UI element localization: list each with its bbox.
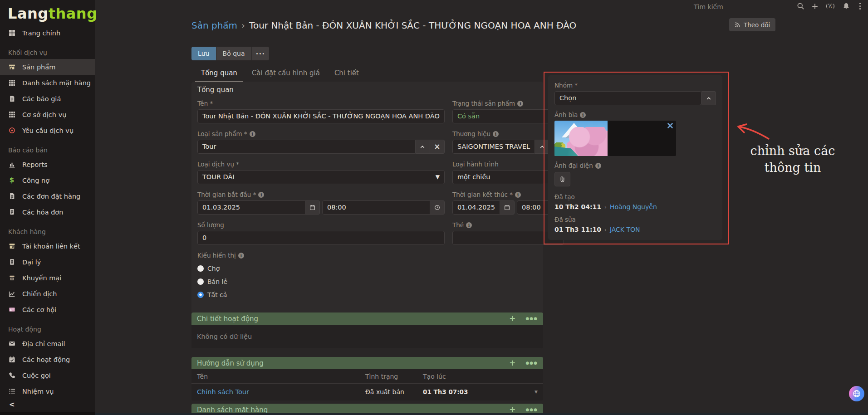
search-icon[interactable] [797, 2, 804, 10]
radio-button-icon [197, 265, 204, 272]
status-select[interactable]: Có sẵn▼ [452, 109, 564, 123]
sidebar-item-cac-hoat-dong[interactable]: Các hoạt động [0, 352, 95, 367]
product-type-input[interactable]: Tour [197, 140, 416, 154]
sidebar-item-cong-no[interactable]: $ Công nợ [0, 172, 95, 188]
sidebar-item-cuoc-goi[interactable]: Cuộc gọi [0, 367, 95, 383]
sidebar-item-label: Các hóa đơn [22, 209, 63, 216]
created-by-link[interactable]: Hoàng Nguyễn [610, 203, 657, 210]
section-more-icon[interactable]: ●●● [525, 408, 538, 412]
sidebar-collapse-button[interactable]: < [9, 400, 15, 409]
broadcast-icon[interactable]: A [825, 2, 836, 10]
tags-input[interactable] [452, 231, 564, 245]
end-time-input[interactable]: 08:00 [517, 200, 549, 215]
app-logo[interactable]: Langthang [0, 0, 95, 25]
follow-button[interactable]: Theo dõi [729, 18, 775, 31]
sidebar-item-trang-chinh[interactable]: Trang chính [0, 25, 95, 41]
row-actions-caret-icon[interactable]: ▼ [526, 390, 538, 394]
add-icon[interactable]: + [509, 315, 515, 322]
remove-cover-icon[interactable] [667, 122, 673, 129]
group-expand-button[interactable] [701, 91, 716, 105]
horizontal-scrollbar[interactable] [95, 413, 868, 415]
end-date-input[interactable]: 01.04.2025 [452, 200, 500, 215]
product-type-expand-button[interactable] [416, 140, 430, 154]
cancel-button[interactable]: Bỏ qua [216, 47, 251, 60]
section-more-icon[interactable]: ●●● [525, 361, 538, 365]
sidebar-item-cac-co-hoi[interactable]: Các cơ hội [0, 302, 95, 317]
sidebar-item-chien-dich[interactable]: Chiến dịch [0, 286, 95, 302]
info-icon: i [466, 222, 472, 228]
group-select[interactable]: Chọn [554, 91, 701, 105]
register-icon [8, 243, 15, 250]
start-date-calendar-button[interactable] [305, 200, 320, 215]
sidebar-item-label: Reports [22, 161, 48, 168]
sidebar-item-label: Đại lý [22, 259, 41, 266]
name-input[interactable]: Tour Nhật Bản - ĐÓN XUÂN KHỞI SẮC - THƯỞ… [197, 109, 445, 123]
bell-icon[interactable] [842, 2, 850, 10]
modified-by-link[interactable]: JACK TON [610, 226, 640, 233]
column-header-ten: Tên [197, 373, 365, 380]
sidebar-item-danh-sach-mat-hang[interactable]: Danh sách mặt hàng [0, 75, 95, 91]
start-date-input[interactable]: 01.03.2025 [197, 200, 305, 215]
sidebar-item-tai-khoan-lien-ket[interactable]: Tài khoản liên kết [0, 238, 95, 254]
quantity-input[interactable]: 0 [197, 231, 445, 245]
save-button[interactable]: Lưu [191, 47, 216, 60]
sidebar-item-dia-chi-email[interactable]: Địa chỉ email [0, 336, 95, 352]
activity-empty-text: Không có dữ liệu [191, 325, 543, 348]
breadcrumb-parent-link[interactable]: Sản phẩm [191, 20, 237, 31]
brand-expand-button[interactable] [535, 140, 549, 154]
sidebar-item-label: Chiến dịch [22, 290, 57, 298]
attach-avatar-button[interactable] [554, 172, 570, 186]
globe-icon [853, 390, 861, 398]
field-display-type-label: Kiểu hiển thị [197, 252, 236, 259]
add-icon[interactable]: + [509, 406, 515, 414]
cover-image[interactable] [554, 121, 608, 156]
more-actions-button[interactable]: ••• [251, 47, 270, 60]
sidebar-item-yeu-cau-dich-vu[interactable]: Yêu cầu dịch vụ [0, 122, 95, 138]
brand-input[interactable]: SAIGONTIMES TRAVEL [452, 140, 535, 154]
tab-cai-dat-cau-hinh-gia[interactable]: Cài đặt cấu hình giá [246, 67, 326, 82]
itinerary-type-select[interactable]: một chiều▼ [452, 170, 564, 184]
sidebar-item-cac-bao-gia[interactable]: Các báo giá [0, 91, 95, 107]
add-icon[interactable]: + [509, 359, 515, 367]
badge-icon [8, 259, 15, 266]
radio-ban-le[interactable]: Bán lẻ [197, 278, 445, 285]
service-type-select[interactable]: TOUR DÀI▼ [197, 170, 445, 184]
translate-extension-button[interactable] [849, 386, 864, 401]
sidebar-section-khoi-dich-vu: Khối dịch vụ [0, 41, 95, 59]
guide-section: Hướng dẫn sử dụng + ●●● Tên Tình trạng T… [191, 357, 543, 400]
tab-tong-quan[interactable]: Tổng quan [195, 67, 243, 82]
field-end-time-label: Thời gian kết thúc * [452, 191, 513, 198]
product-type-clear-button[interactable]: × [430, 140, 445, 154]
sidebar: Langthang Trang chính Khối dịch vụ Sản p… [0, 0, 95, 415]
sidebar-item-label: Công nợ [22, 177, 49, 184]
page-title: Tour Nhật Bản - ĐÓN XUÂN KHỞI SẮC - THƯỞ… [249, 20, 576, 31]
field-display-type: Kiểu hiển thịi Chợ Bán lẻ Tất cả [197, 252, 445, 298]
radio-cho[interactable]: Chợ [197, 265, 445, 272]
annotation-text: chỉnh sửa các thông tin [738, 142, 848, 176]
calendar-check-icon [8, 356, 15, 363]
sidebar-item-label: Tài khoản liên kết [22, 243, 80, 250]
sidebar-item-khuyen-mai[interactable]: Khuyến mại [0, 270, 95, 286]
guide-row-name-link[interactable]: Chính sách Tour [197, 388, 365, 395]
start-time-clock-button[interactable] [430, 200, 445, 215]
topbar-icons: A [797, 2, 864, 10]
end-date-calendar-button[interactable] [500, 200, 515, 215]
record-tabs: Tổng quan Cài đặt cấu hình giá Chi tiết [195, 67, 365, 82]
radio-tat-ca[interactable]: Tất cả [197, 291, 445, 298]
sidebar-item-nhiem-vu[interactable]: Nhiệm vụ [0, 383, 95, 399]
sidebar-item-dai-ly[interactable]: Đại lý [0, 254, 95, 270]
sidebar-item-cac-hoa-don[interactable]: Các hóa đơn [0, 204, 95, 220]
sidebar-item-cac-don-dat-hang[interactable]: Các đơn đặt hàng [0, 188, 95, 204]
kebab-menu-icon[interactable] [856, 2, 864, 10]
field-quantity: Số lượng 0 [197, 221, 445, 245]
tab-chi-tiet[interactable]: Chi tiết [329, 67, 365, 82]
sidebar-item-reports[interactable]: Reports [0, 156, 95, 172]
plus-icon[interactable] [811, 2, 819, 10]
sidebar-item-label: Các cơ hội [22, 306, 56, 313]
section-more-icon[interactable]: ●●● [525, 317, 538, 321]
sidebar-item-san-pham[interactable]: Sản phẩm [0, 59, 95, 75]
start-time-input[interactable]: 08:00 [322, 200, 430, 215]
sidebar-item-label: Các đơn đặt hàng [22, 193, 80, 200]
search-input[interactable]: Tìm kiếm [694, 3, 723, 10]
sidebar-item-co-so-dich-vu[interactable]: Cơ sở dịch vụ [0, 107, 95, 122]
